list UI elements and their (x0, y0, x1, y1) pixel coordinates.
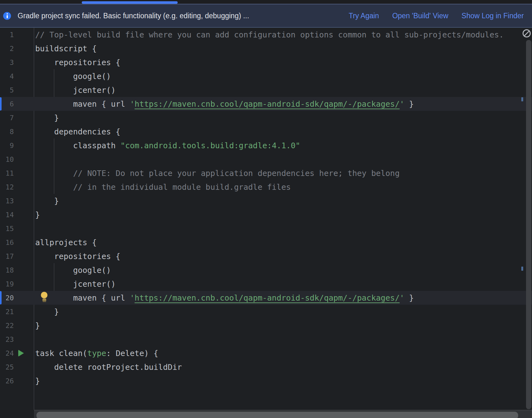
code-text: task clean(type: Delete) { (34, 346, 532, 360)
code-token: } (404, 99, 414, 109)
code-token: classpath (35, 141, 120, 150)
line-number[interactable]: 8 (10, 128, 14, 136)
code-line[interactable]: 16allprojects { (0, 235, 532, 249)
line-number[interactable]: 16 (6, 239, 14, 246)
gutter: 14 (0, 208, 34, 222)
line-number[interactable]: 25 (6, 363, 14, 371)
code-line[interactable]: 4 google() (0, 69, 532, 83)
code-text (34, 222, 532, 235)
code-token: } (35, 196, 59, 206)
gutter: 22 (0, 319, 34, 332)
code-line[interactable]: 15 (0, 222, 532, 235)
code-text: } (34, 319, 532, 332)
code-line[interactable]: 7 } (0, 111, 532, 125)
line-number[interactable]: 18 (6, 266, 14, 274)
code-line[interactable]: 21 } (0, 305, 532, 319)
horizontal-scrollbar-thumb[interactable] (36, 412, 518, 418)
gutter: 1 (0, 28, 34, 42)
open-build-view-link[interactable]: Open 'Build' View (392, 12, 448, 20)
code-line[interactable]: 18 google() (0, 263, 532, 277)
code-area[interactable]: 1// Top-level build file where you can a… (0, 28, 532, 410)
line-number[interactable]: 26 (6, 377, 14, 385)
code-text: } (34, 111, 532, 125)
line-number[interactable]: 20 (6, 294, 14, 302)
code-line[interactable]: 2buildscript { (0, 42, 532, 55)
code-token: task clean( (35, 349, 87, 358)
code-line[interactable]: 22} (0, 319, 532, 332)
line-number[interactable]: 5 (10, 86, 14, 94)
line-number[interactable]: 3 (10, 59, 14, 66)
try-again-link[interactable]: Try Again (349, 12, 379, 20)
code-token: ' (130, 99, 135, 109)
code-line[interactable]: 23 (0, 332, 532, 346)
gutter: 11 (0, 166, 34, 180)
gutter: 9 (0, 138, 34, 152)
url-link[interactable]: https://maven.cnb.cool/qapm-android-sdk/… (135, 99, 400, 109)
gutter: 8 (0, 125, 34, 138)
code-line[interactable]: 10 (0, 152, 532, 166)
code-line[interactable]: 20 maven { url 'https://maven.cnb.cool/q… (0, 291, 532, 305)
gutter: 16 (0, 235, 34, 249)
code-line[interactable]: 26} (0, 374, 532, 388)
code-line[interactable]: 9 classpath "com.android.tools.build:gra… (0, 138, 532, 152)
code-text: // in the individual module build.gradle… (34, 180, 532, 194)
sync-failed-banner: Gradle project sync failed. Basic functi… (0, 4, 532, 28)
line-number[interactable]: 22 (6, 322, 14, 330)
run-icon[interactable] (18, 350, 24, 357)
url-link[interactable]: https://maven.cnb.cool/qapm-android-sdk/… (135, 293, 400, 302)
line-number[interactable]: 24 (6, 349, 14, 357)
show-log-in-finder-link[interactable]: Show Log in Finder (462, 12, 524, 20)
line-number[interactable]: 21 (6, 308, 14, 316)
code-text: // Top-level build file where you can ad… (34, 28, 532, 42)
line-number[interactable]: 12 (6, 183, 14, 191)
line-number[interactable]: 1 (10, 31, 14, 39)
code-token: ' (400, 99, 404, 109)
code-text: } (34, 208, 532, 222)
code-token: : Delete) { (106, 349, 158, 358)
no-inspections-icon[interactable] (523, 29, 531, 37)
code-text: } (34, 194, 532, 208)
code-line[interactable]: 11 // NOTE: Do not place your applicatio… (0, 166, 532, 180)
code-line[interactable]: 19 jcenter() (0, 277, 532, 291)
code-line[interactable]: 14} (0, 208, 532, 222)
code-line[interactable]: 17 repositories { (0, 249, 532, 263)
line-number[interactable]: 17 (6, 252, 14, 260)
code-line[interactable]: 25 delete rootProject.buildDir (0, 360, 532, 374)
vertical-scrollbar-thumb[interactable] (526, 40, 531, 409)
line-number[interactable]: 19 (6, 280, 14, 288)
gutter: 15 (0, 222, 34, 235)
lightbulb-icon[interactable] (41, 292, 47, 302)
gutter: 18 (0, 263, 34, 277)
line-number[interactable]: 4 (10, 72, 14, 80)
tab-bar-strip (0, 0, 532, 4)
gutter: 7 (0, 111, 34, 125)
line-number[interactable]: 11 (6, 169, 14, 177)
code-line[interactable]: 5 jcenter() (0, 83, 532, 97)
error-stripe-mark[interactable] (521, 267, 523, 271)
line-number[interactable]: 7 (10, 114, 14, 122)
code-token: buildscript { (35, 44, 97, 53)
horizontal-scrollbar-track[interactable] (34, 410, 532, 418)
code-line[interactable]: 6 maven { url 'https://maven.cnb.cool/qa… (0, 97, 532, 111)
code-text (34, 152, 532, 166)
code-token: google() (35, 266, 111, 275)
code-line[interactable]: 3 repositories { (0, 55, 532, 69)
line-number[interactable]: 6 (10, 100, 14, 108)
code-line[interactable]: 24task clean(type: Delete) { (0, 346, 532, 360)
line-number[interactable]: 10 (6, 155, 14, 163)
code-text: google() (34, 69, 532, 83)
line-number[interactable]: 9 (10, 142, 14, 150)
line-number[interactable]: 15 (6, 225, 14, 233)
code-token: type (87, 349, 106, 358)
error-stripe-mark[interactable] (521, 97, 523, 101)
code-line[interactable]: 1// Top-level build file where you can a… (0, 28, 532, 42)
code-line[interactable]: 13 } (0, 194, 532, 208)
line-number[interactable]: 14 (6, 211, 14, 219)
line-number[interactable]: 2 (10, 45, 14, 53)
code-token: } (35, 376, 40, 386)
code-line[interactable]: 12 // in the individual module build.gra… (0, 180, 532, 194)
code-token: } (35, 321, 40, 330)
line-number[interactable]: 23 (6, 336, 14, 343)
code-line[interactable]: 8 dependencies { (0, 125, 532, 138)
line-number[interactable]: 13 (6, 197, 14, 205)
